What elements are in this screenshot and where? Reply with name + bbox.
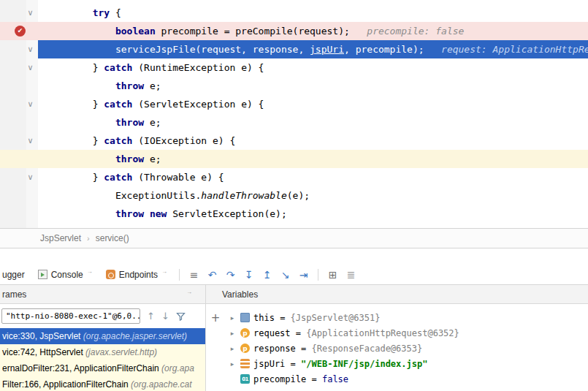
code-line[interactable]: ∨ } catch (ServletException e) { [0,95,588,113]
variable-value: {JspServlet@6351} [291,313,381,323]
evaluate-expression-icon[interactable]: ⊞ [324,269,342,281]
code-segment: handleThrowable [201,190,286,201]
editor-gutter[interactable]: ∨ [0,132,38,150]
code-line[interactable]: ∨ serviceJspFile(request, response, jspU… [0,40,588,58]
tab-endpoints[interactable]: Endpoints → [99,265,174,284]
editor-gutter[interactable] [0,150,38,168]
breadcrumb-item-method[interactable]: service() [96,233,129,243]
inline-debugger-hint: request: ApplicationHttpRe [429,44,588,55]
code-text[interactable]: throw e; [38,150,588,168]
code-line[interactable]: throw e; [0,77,588,95]
indent [47,44,115,55]
breakpoint-icon[interactable]: ✔ [15,26,26,37]
fold-arrow-icon[interactable]: ∨ [25,95,36,113]
expand-chevron-icon[interactable]: ▸ [228,345,237,352]
fold-arrow-icon[interactable]: ∨ [25,4,36,22]
code-line[interactable]: ∨ try { [0,4,588,22]
fold-arrow-icon[interactable]: ∨ [25,40,36,58]
code-text[interactable]: } catch (RuntimeException e) { [38,58,588,77]
editor-gutter[interactable]: ∨ [0,40,38,58]
code-text[interactable]: boolean precompile = preCompile(request)… [38,22,588,40]
variable-row[interactable]: ▸this = {JspServlet@6351} [225,310,588,325]
drop-frame-icon[interactable]: ↘ [276,269,294,281]
stack-frame-row[interactable]: vice:742, HttpServlet (javax.servlet.htt… [0,344,205,360]
editor-gutter[interactable]: ∨ [0,223,38,228]
fold-arrow-icon[interactable]: ∨ [25,223,36,228]
code-segment: jspUri [310,44,344,55]
editor-gutter[interactable] [0,186,38,205]
previous-frame-button[interactable]: ↑ [147,311,155,322]
code-line[interactable]: ∨ } catch (Throwable e) { [0,168,588,186]
code-text[interactable]: ExceptionUtils.handleThrowable(e); [38,186,588,205]
run-to-cursor-icon[interactable]: ⇥ [294,269,313,281]
code-segment: throw new [115,208,167,219]
debug-step-controls: ≡↶↷↧↥↘⇥⊞≣ [185,269,360,281]
filter-frames-icon[interactable] [176,311,186,321]
indent [47,172,93,183]
code-line[interactable]: throw e; [0,113,588,132]
variable-value: {ResponseFacade@6353} [311,343,422,354]
code-text[interactable]: } catch (Throwable e) { [38,168,588,186]
panel-headers: rames → Variables [0,285,588,304]
fold-arrow-icon[interactable]: ∨ [25,168,36,186]
editor-gutter[interactable] [0,113,38,132]
tab-label: ugger [2,270,25,280]
expand-chevron-icon[interactable]: ▸ [228,314,237,322]
code-text[interactable]: } catch (ServletException e) { [38,95,588,113]
indent [47,117,115,128]
code-line[interactable]: throw new ServletException(e); [0,205,588,223]
code-line[interactable]: ∨ } [0,223,588,228]
expand-chevron-icon[interactable]: ▸ [228,330,237,337]
breadcrumb-item-class[interactable]: JspServlet [40,233,81,243]
tab-debugger[interactable]: ugger [1,265,31,284]
editor-gutter[interactable]: ✔ [0,22,38,40]
thread-selector-dropdown[interactable]: "http-nio-8080-exec-1"@6,0... ∨ [1,308,140,324]
frame-location: vice:742, HttpServlet [2,347,85,357]
variable-row[interactable]: ▸jspUri = "/WEB-INF/jsp/index.jsp" [225,356,588,371]
variable-row[interactable]: ▸presponse = {ResponseFacade@6353} [225,341,588,356]
code-text[interactable]: throw e; [38,77,588,95]
equals-sign: = [291,328,307,338]
code-segment: catch [104,62,132,73]
code-text[interactable]: } catch (IOException e) { [38,132,588,150]
fold-arrow-icon[interactable]: ∨ [25,58,36,77]
code-segment: try [93,7,110,18]
editor-gutter[interactable]: ∨ [0,168,38,186]
editor-gutter[interactable]: ∨ [0,95,38,113]
fold-arrow-icon[interactable]: ∨ [25,132,36,150]
variable-row[interactable]: ▸prequest = {ApplicationHttpRequest@6352… [225,325,588,341]
editor-gutter[interactable] [0,205,38,223]
show-execution-point-icon[interactable]: ↶ [203,269,221,281]
stack-frame-row[interactable]: ernalDoFilter:231, ApplicationFilterChai… [0,360,205,376]
step-over-icon[interactable]: ↷ [221,269,240,281]
jump-mark-icon: → [186,289,192,295]
stack-frame-row[interactable]: Filter:166, ApplicationFilterChain (org.… [0,376,205,391]
code-text[interactable]: throw new ServletException(e); [38,205,588,223]
code-line[interactable]: ExceptionUtils.handleThrowable(e); [0,186,588,205]
tab-console[interactable]: Console → [31,265,99,284]
code-segment: } [93,227,99,228]
next-frame-button[interactable]: ↓ [161,311,169,322]
code-text[interactable]: try { [38,4,588,22]
editor-gutter[interactable]: ∨ [0,58,38,77]
editor-gutter[interactable]: ∨ [0,4,38,22]
code-line[interactable]: ∨ } catch (IOException e) { [0,132,588,150]
code-editor[interactable]: ∨ try {✔ boolean precompile = preCompile… [0,0,588,228]
code-line[interactable]: throw e; [0,150,588,168]
code-text[interactable]: } [38,223,588,228]
variable-row[interactable]: 01precompile = false [225,371,588,387]
stack-frame-row[interactable]: vice:330, JspServlet (org.apache.jasper.… [0,328,205,344]
code-text[interactable]: serviceJspFile(request, response, jspUri… [38,40,588,58]
endpoints-icon [106,270,115,279]
step-into-icon[interactable]: ↧ [240,269,258,281]
layout-settings-icon[interactable]: ≣ [342,269,360,281]
code-line[interactable]: ∨ } catch (RuntimeException e) { [0,58,588,77]
step-out-icon[interactable]: ↥ [258,269,276,281]
code-text[interactable]: throw e; [38,113,588,132]
frames-title: rames [2,289,26,300]
add-watch-button[interactable]: + [211,311,221,324]
editor-gutter[interactable] [0,77,38,95]
settings-menu-icon[interactable]: ≡ [185,269,203,281]
expand-chevron-icon[interactable]: ▸ [228,360,237,368]
code-line[interactable]: ✔ boolean precompile = preCompile(reques… [0,22,588,40]
